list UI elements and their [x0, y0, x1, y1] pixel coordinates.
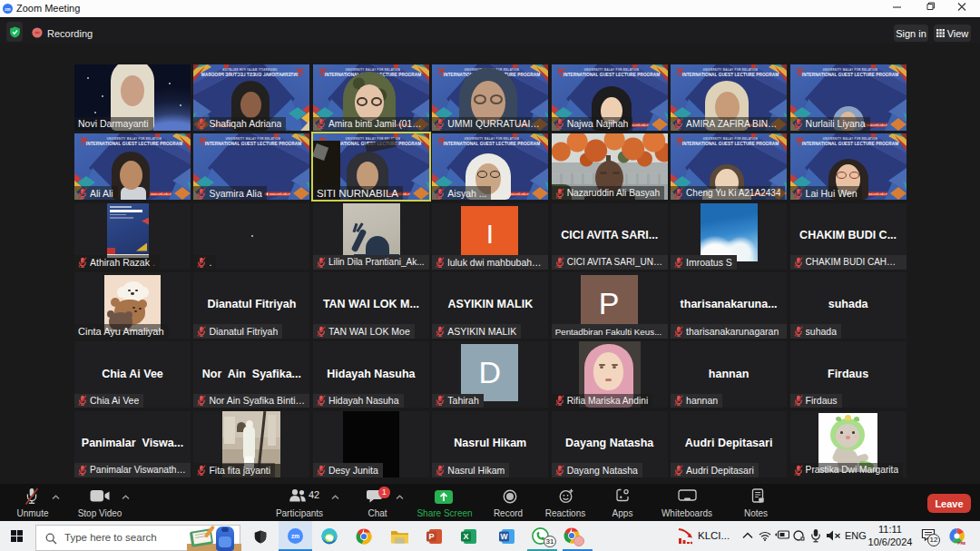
svg-text:P: P	[428, 532, 434, 541]
svg-text:PRE: PRE	[958, 540, 966, 545]
svg-text:zm: zm	[5, 7, 10, 12]
svg-text:X: X	[463, 532, 468, 541]
svg-text:zm: zm	[291, 533, 299, 539]
svg-text:W: W	[500, 532, 508, 541]
